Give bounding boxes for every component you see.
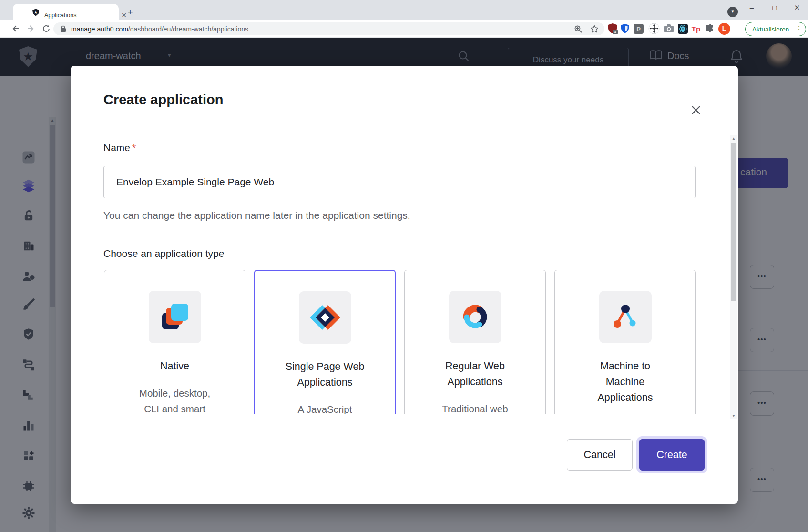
react-devtools-extension-icon[interactable] [676, 22, 689, 35]
card-description: A JavaScript [255, 401, 395, 414]
reload-icon[interactable] [40, 22, 53, 35]
tp-extension-icon[interactable]: Tp [690, 22, 702, 35]
ublock-extension-icon[interactable]: 4 [606, 22, 619, 35]
required-asterisk: * [132, 142, 136, 153]
card-single-page-web[interactable]: Single Page WebApplications A JavaScript [254, 270, 396, 414]
cancel-button[interactable]: Cancel [567, 439, 633, 471]
bitwarden-extension-icon[interactable] [619, 22, 631, 35]
tab-search-icon[interactable]: ▼ [727, 7, 738, 17]
create-application-modal: Create application Name* You can change … [71, 66, 738, 504]
card-native[interactable]: Native Mobile, desktop,CLI and smart [104, 270, 245, 414]
back-icon[interactable] [9, 22, 22, 35]
scroll-down-icon[interactable]: ▼ [730, 414, 737, 418]
spa-icon [299, 291, 351, 344]
svg-text:★: ★ [34, 10, 38, 15]
card-machine-to-machine[interactable]: Machine toMachineApplications [554, 270, 696, 414]
card-description: Traditional web [405, 401, 545, 414]
window-close-button[interactable]: ✕ [790, 3, 804, 13]
native-icon [149, 291, 201, 343]
name-help-text: You can change the application name late… [103, 210, 410, 221]
browser-tabstrip: ★ Applications ✕ + ▼ – ▢ ✕ [0, 0, 808, 20]
card-regular-web[interactable]: Regular WebApplications Traditional web [404, 270, 546, 414]
new-tab-button[interactable]: + [124, 7, 136, 18]
modal-body: Name* You can change the application nam… [71, 128, 730, 414]
address-bar[interactable]: manage.auth0.com/dashboard/eu/dream-watc… [53, 22, 604, 35]
create-button[interactable]: Create [639, 439, 705, 471]
modal-title: Create application [103, 92, 223, 108]
regular-web-icon [449, 291, 501, 343]
modal-close-icon[interactable] [687, 102, 705, 119]
svg-text:4: 4 [614, 30, 616, 34]
browser-update-button[interactable]: Aktualisieren ⋮ [745, 22, 806, 36]
scroll-up-icon[interactable]: ▲ [730, 136, 737, 141]
card-title: Regular WebApplications [405, 358, 545, 390]
card-description: Mobile, desktop,CLI and smart [104, 385, 245, 414]
modal-scrollbar[interactable]: ▲ ▼ [730, 135, 737, 419]
name-label: Name* [103, 142, 136, 153]
modal-scrollbar-thumb[interactable] [731, 143, 736, 301]
move-tool-extension-icon[interactable] [648, 22, 660, 35]
window-minimize-button[interactable]: – [745, 3, 759, 13]
zoom-icon[interactable] [574, 25, 583, 33]
lock-icon [60, 25, 66, 32]
browser-menu-icon[interactable]: ⋮ [796, 27, 802, 31]
forward-icon[interactable] [24, 22, 38, 35]
card-title: Single Page WebApplications [255, 359, 395, 390]
choose-type-label: Choose an application type [103, 248, 224, 259]
bookmark-star-icon[interactable] [590, 25, 599, 33]
browser-profile-avatar[interactable]: L [718, 22, 730, 35]
camera-extension-icon[interactable] [663, 22, 675, 35]
url-text: manage.auth0.com/dashboard/eu/dream-watc… [71, 25, 248, 33]
auth0-favicon-icon: ★ [32, 9, 40, 16]
browser-toolbar: manage.auth0.com/dashboard/eu/dream-watc… [0, 20, 808, 38]
application-name-input[interactable] [103, 166, 696, 198]
tab-title: Applications [44, 12, 76, 19]
p-extension-icon[interactable]: P [632, 22, 644, 35]
extensions-puzzle-icon[interactable] [704, 22, 716, 35]
card-title: Native [104, 358, 245, 374]
svg-text:P: P [636, 25, 641, 32]
m2m-icon [599, 291, 652, 343]
application-type-cards: Native Mobile, desktop,CLI and smart Sin… [104, 270, 696, 414]
browser-tab[interactable]: ★ Applications ✕ [13, 4, 119, 20]
card-title: Machine toMachineApplications [555, 358, 695, 406]
window-maximize-button[interactable]: ▢ [767, 3, 782, 13]
